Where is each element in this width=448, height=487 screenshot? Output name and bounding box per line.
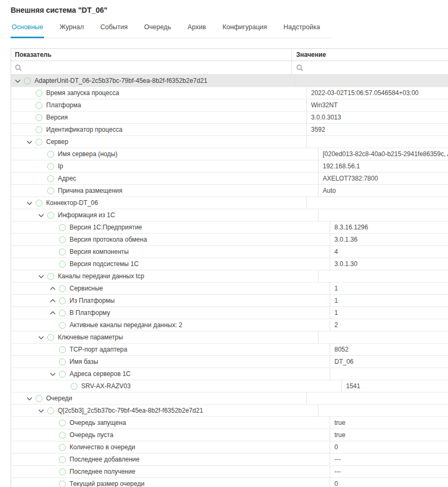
tree-row[interactable]: Каналы передачи данных tcp: [11, 270, 448, 283]
indicator-cell: TCP-порт адаптера: [11, 344, 330, 355]
tree-row[interactable]: Q[2c5b3]_2c5b37bc-79bf-45ea-8b2f-f6352b2…: [11, 405, 448, 417]
indicator-cell: Каналы передачи данных tcp: [11, 270, 318, 282]
status-circle-icon: [59, 236, 66, 243]
tab-0[interactable]: Основные: [11, 21, 44, 38]
tree-row[interactable]: Имя сервера (ноды)[020ed013-82c8-40a0-b2…: [11, 148, 448, 160]
tab-1[interactable]: Журнал: [58, 21, 85, 38]
indicator-cell: Версия протокола обмена: [11, 234, 330, 245]
indicator-cell: Активные каналы передачи данных: 2: [11, 319, 330, 331]
chevron-down-icon[interactable]: [26, 200, 32, 206]
row-label: AdapterUnit-DT_06-2c5b37bc-79bf-45ea-8b2…: [35, 77, 208, 84]
row-value: 3.0.0.3013: [306, 112, 448, 123]
row-value: 2: [330, 319, 448, 331]
chevron-down-icon[interactable]: [26, 139, 32, 145]
tree-row[interactable]: Идентификатор процесса3592: [11, 124, 448, 136]
row-value: [020ed013-82c8-40a0-b215-2941fe86359c, A…: [318, 148, 448, 160]
tree-row[interactable]: Адреса серверов 1С: [11, 368, 448, 380]
status-circle-icon: [59, 468, 66, 475]
status-circle-icon: [36, 114, 42, 121]
tab-3[interactable]: Очередь: [143, 21, 173, 38]
chevron-up-icon[interactable]: [49, 298, 56, 304]
row-value: [306, 392, 448, 404]
tree-row[interactable]: Версия 1С:Предприятие8.3.16.1296: [11, 221, 448, 234]
row-label: Последнее получение: [70, 468, 135, 475]
status-circle-icon: [47, 175, 54, 182]
indicator-cell: В Платформу: [11, 307, 330, 319]
chevron-down-icon[interactable]: [38, 408, 44, 414]
row-value: 2022-03-02T15:06:57.0546584+03:00: [306, 87, 448, 99]
chevron-down-icon[interactable]: [38, 335, 44, 340]
status-circle-icon: [47, 407, 54, 414]
tree-row[interactable]: Сервисные1: [11, 283, 448, 295]
tree-row[interactable]: Версия3.0.0.3013: [11, 112, 448, 124]
tree-row[interactable]: Текущий размер очереди0: [11, 478, 448, 487]
tree-row[interactable]: В Платформу1: [11, 307, 448, 319]
row-label: Адрес: [58, 175, 76, 182]
status-circle-icon: [36, 200, 42, 207]
status-circle-icon: [24, 78, 31, 84]
tab-4[interactable]: Архив: [186, 21, 207, 38]
tab-2[interactable]: События: [99, 21, 129, 38]
value-filter-input[interactable]: [291, 61, 448, 74]
status-circle-icon: [71, 383, 77, 390]
status-circle-icon: [59, 456, 66, 463]
tree-row[interactable]: Последнее добавление---: [11, 454, 448, 466]
chevron-down-icon[interactable]: [38, 212, 44, 218]
indicator-filter-input[interactable]: [11, 61, 291, 74]
indicator-cell: Очередь запущена: [11, 417, 330, 429]
tree-row[interactable]: Очередь запущенаtrue: [11, 417, 448, 429]
row-label: Платформа: [46, 101, 81, 109]
indicator-cell: Ключевые параметры: [11, 331, 318, 343]
row-label: Каналы передачи данных tcp: [58, 272, 144, 280]
row-value: [318, 331, 448, 343]
tree-row[interactable]: Из Платформы1: [11, 295, 448, 307]
row-label: Имя базы: [70, 358, 98, 365]
indicator-cell: Очередь пуста: [11, 429, 330, 441]
indicator-cell: Платформа: [11, 99, 306, 111]
tree-row[interactable]: Последнее получение---: [11, 466, 448, 478]
tree-row[interactable]: Активные каналы передачи данных: 22: [11, 319, 448, 331]
tree-row[interactable]: Версия протокола обмена3.0.1.36: [11, 234, 448, 246]
status-circle-icon: [36, 102, 42, 109]
chevron-down-icon[interactable]: [26, 396, 32, 401]
tree-row[interactable]: Ip192.168.56.1: [11, 160, 448, 173]
tree-row[interactable]: АдресAXELOT7382:7800: [11, 173, 448, 185]
tree-row[interactable]: Очередь пустаtrue: [11, 429, 448, 441]
chevron-up-icon[interactable]: [49, 310, 56, 316]
tree-row[interactable]: Имя базыDT_06: [11, 356, 448, 368]
tree-row[interactable]: Информация из 1С: [11, 209, 448, 221]
row-label: Причина размещения: [58, 187, 122, 194]
tab-6[interactable]: Надстройка: [282, 21, 321, 38]
tree-row[interactable]: Версия подсистемы 1С3.0.1.30: [11, 258, 448, 270]
chevron-down-icon[interactable]: [38, 274, 44, 279]
status-circle-icon: [59, 346, 66, 353]
tree-row[interactable]: Время запуска процесса2022-03-02T15:06:5…: [11, 87, 448, 99]
status-circle-icon: [59, 371, 66, 378]
tree-row[interactable]: TCP-порт адаптера8052: [11, 344, 448, 356]
tree-row[interactable]: Причина размещенияAuto: [11, 185, 448, 197]
indicator-cell: Последнее получение: [11, 466, 330, 477]
chevron-up-icon[interactable]: [49, 286, 56, 292]
tree-row[interactable]: AdapterUnit-DT_06-2c5b37bc-79bf-45ea-8b2…: [11, 75, 448, 87]
chevron-down-icon[interactable]: [49, 371, 56, 377]
row-value: Auto: [318, 185, 448, 196]
tree-row[interactable]: Сервер: [11, 136, 448, 148]
row-label: Очередь пуста: [70, 431, 113, 439]
indicator-cell: Имя базы: [11, 356, 330, 368]
status-circle-icon: [59, 420, 66, 426]
tree-row[interactable]: Количество в очереди0: [11, 441, 448, 454]
tree-row[interactable]: ПлатформаWin32NT: [11, 99, 448, 112]
row-label: Версия протокола обмена: [70, 236, 147, 243]
chevron-down-icon[interactable]: [14, 78, 21, 84]
tree-row[interactable]: SRV-AX-RAZV031541: [11, 380, 448, 392]
status-circle-icon: [59, 322, 66, 329]
row-value: 0: [330, 441, 448, 453]
row-label: Версия: [46, 114, 68, 121]
tree-row[interactable]: Коннектор-DT_06: [11, 197, 448, 209]
tree-row[interactable]: Ключевые параметры: [11, 331, 448, 344]
status-circle-icon: [47, 212, 54, 219]
tab-5[interactable]: Конфигурация: [221, 21, 268, 38]
row-label: Количество в очереди: [70, 443, 135, 451]
tree-row[interactable]: Очереди: [11, 392, 448, 405]
tree-row[interactable]: Версия компоненты4: [11, 246, 448, 258]
